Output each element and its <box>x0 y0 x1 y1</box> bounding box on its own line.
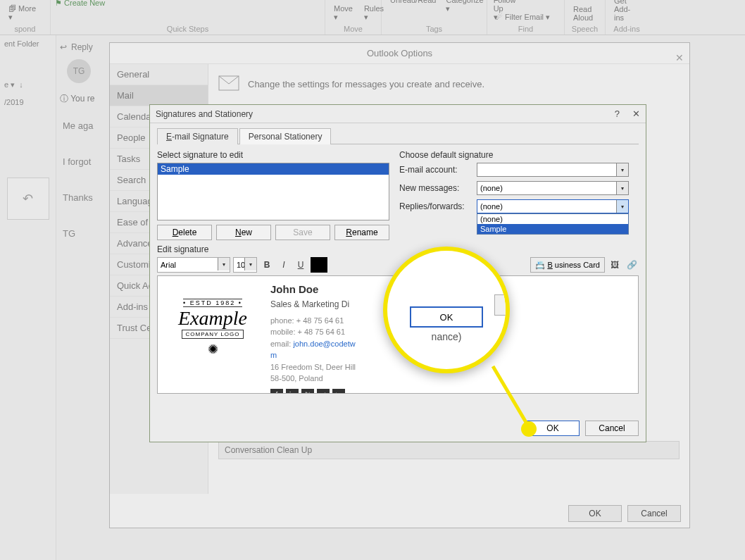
linkedin-icon[interactable]: in <box>286 389 299 394</box>
move-label: Move <box>331 23 375 33</box>
move-menu[interactable]: Move▾ <box>331 3 356 23</box>
new-messages-label: New messages: <box>399 183 477 193</box>
content-header-text: Change the settings for messages you cre… <box>248 79 484 89</box>
dropdown-item-none[interactable]: (none) <box>477 214 628 224</box>
read-aloud-btn[interactable]: Read Aloud <box>570 4 599 23</box>
font-size-select[interactable]: 10▾ <box>233 257 257 273</box>
help-icon[interactable]: ? <box>615 108 620 119</box>
insert-picture-button[interactable]: 🖼 <box>608 257 622 273</box>
more-btn[interactable]: 🗐 More ▾ <box>6 3 44 23</box>
replies-forwards-select[interactable]: (none) ▾ (none) Sample <box>477 199 629 213</box>
options-cancel-button[interactable]: Cancel <box>627 505 681 522</box>
sig-cancel-button[interactable]: Cancel <box>585 421 639 436</box>
current-folder: ent Folder <box>0 35 56 52</box>
create-new-btn[interactable]: ⚑ Create New <box>55 0 105 8</box>
chevron-down-icon[interactable]: ▾ <box>616 200 628 213</box>
font-family-select[interactable]: Arial▾ <box>157 257 230 273</box>
sig-titlebar: Signatures and Stationery ? ✕ <box>150 105 646 123</box>
font-color-button[interactable] <box>311 257 327 273</box>
facebook-icon[interactable]: f <box>270 389 283 394</box>
ribbon: Forward 🗐 More ▾ spond ⚑ Create New Quic… <box>0 0 745 35</box>
email-account-select[interactable]: ▾ <box>477 163 629 177</box>
view-filter[interactable]: e ▾ ↓ <box>0 52 56 94</box>
google-icon[interactable]: g+ <box>317 389 330 394</box>
cleanup-section: Conversation Clean Up <box>219 442 679 459</box>
chevron-down-icon[interactable]: ▾ <box>218 258 230 270</box>
unread-btn[interactable]: Unread/Read <box>387 0 439 23</box>
list-item[interactable]: Sample <box>158 163 389 175</box>
chevron-down-icon[interactable]: ▾ <box>616 163 628 176</box>
dropdown-list: (none) Sample <box>477 213 629 235</box>
bold-button[interactable]: B <box>260 257 274 273</box>
save-button[interactable]: Save <box>275 225 330 240</box>
find-label: Find <box>493 23 558 33</box>
select-sig-label: Select signature to edit <box>157 150 389 160</box>
edit-signature-label: Edit signature <box>157 244 639 254</box>
options-ok-button[interactable]: OK <box>568 505 622 522</box>
chevron-down-icon[interactable]: ▾ <box>616 182 628 194</box>
rename-button[interactable]: Rename <box>334 225 389 240</box>
get-addins-btn[interactable]: Get Add-ins <box>611 0 642 23</box>
replies-forwards-label: Replies/forwards: <box>399 201 477 211</box>
email-account-label: E-mail account: <box>399 165 477 175</box>
callout-dot <box>521 421 537 437</box>
signature-listbox[interactable]: Sample <box>157 163 389 220</box>
italic-button[interactable]: I <box>277 257 291 273</box>
new-button[interactable]: New <box>216 225 271 240</box>
tags-label: Tags <box>387 23 481 33</box>
chevron-down-icon[interactable]: ▾ <box>244 258 256 270</box>
insert-link-button[interactable]: 🔗 <box>625 257 639 273</box>
envelope-icon <box>218 75 239 93</box>
speech-label: Speech <box>570 23 599 33</box>
magnified-text: nance) <box>432 331 462 342</box>
undo-button[interactable]: ↶ <box>7 178 49 220</box>
twitter-icon[interactable]: 𝕏 <box>301 389 314 394</box>
left-panel: ent Folder e ▾ ↓ /2019 ↶ <box>0 35 56 560</box>
info-bar: You re <box>70 94 94 104</box>
nav-general[interactable]: General <box>110 64 208 85</box>
magnified-ok-button: OK <box>410 306 483 328</box>
reply-icon[interactable]: ↩ <box>60 42 67 52</box>
quick-steps-label: Quick Steps <box>56 23 319 33</box>
tab-personal-stationery[interactable]: Personal Stationery <box>239 128 332 144</box>
filter-email-btn[interactable]: ☄ Filter Email ▾ <box>493 11 558 23</box>
dropdown-item-sample[interactable]: Sample <box>477 224 628 234</box>
magnified-cancel-edge <box>494 294 510 316</box>
reply-btn[interactable]: Reply <box>71 42 93 52</box>
avatar: TG <box>67 59 91 83</box>
choose-default-label: Choose default signature <box>399 150 629 160</box>
addins-label: Add-ins <box>611 23 642 33</box>
new-messages-select[interactable]: (none) ▾ <box>477 181 629 195</box>
date-cell: /2019 <box>0 94 56 111</box>
options-titlebar: Outlook Options ✕ <box>110 43 689 64</box>
nav-mail[interactable]: Mail <box>110 85 208 106</box>
underline-button[interactable]: U <box>294 257 308 273</box>
callout-magnifier: OK nance) <box>383 247 510 373</box>
delete-button[interactable]: Delete <box>157 225 212 240</box>
categorize-btn[interactable]: Categorize▾ <box>443 0 486 23</box>
signature-text: John Doe Sales & Marketing Di phone: + 4… <box>270 282 356 387</box>
logo-image: • ESTD 1982 • Example COMPANY LOGO ✺ <box>163 282 262 373</box>
youtube-icon[interactable]: ▶ <box>332 389 345 394</box>
sig-close-icon[interactable]: ✕ <box>632 108 640 119</box>
respond-label: spond <box>6 23 44 33</box>
tab-email-signature[interactable]: EE-mail Signature-mail Signature <box>157 128 238 144</box>
business-card-button[interactable]: 📇 Business Card <box>530 257 605 273</box>
